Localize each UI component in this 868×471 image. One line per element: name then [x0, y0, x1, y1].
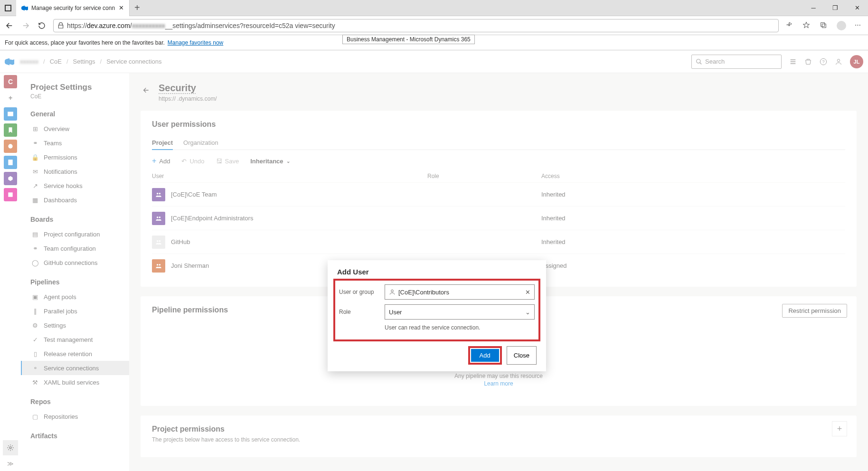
close-window-button[interactable]: ✕	[846, 0, 868, 16]
address-bar: https://dev.azure.com/xxxxxxxxxx__settin…	[0, 16, 868, 35]
profile-avatar[interactable]	[837, 21, 846, 30]
lock-icon	[57, 22, 64, 29]
svg-rect-1	[6, 6, 10, 10]
maximize-button[interactable]: ❐	[824, 0, 846, 16]
person-icon	[389, 289, 396, 295]
role-select[interactable]: User ⌄	[385, 304, 535, 320]
dialog-close-button[interactable]: Close	[507, 346, 537, 365]
url-input[interactable]: https://dev.azure.com/xxxxxxxxxx__settin…	[53, 19, 779, 32]
clear-icon[interactable]: ✕	[525, 289, 530, 296]
browser-titlebar: Manage security for service conn ✕ + ─ ❐…	[0, 0, 868, 16]
tab-title: Manage security for service conn	[31, 5, 115, 11]
read-aloud-icon[interactable]	[785, 21, 794, 30]
chevron-down-icon: ⌄	[525, 309, 530, 316]
close-icon[interactable]: ✕	[118, 5, 124, 11]
dialog-add-button[interactable]: Add	[471, 349, 499, 362]
collections-icon[interactable]	[820, 21, 828, 30]
user-group-input[interactable]: [CoE]\Contributors ✕	[385, 284, 535, 300]
favorite-icon[interactable]	[802, 21, 811, 30]
browser-tab[interactable]: Manage security for service conn ✕	[16, 0, 130, 16]
tabs-icon[interactable]	[0, 4, 16, 12]
back-button[interactable]	[5, 21, 14, 30]
add-user-dialog: Add User User or group [CoE]\Contributor…	[328, 260, 546, 371]
manage-favorites-link[interactable]: Manage favorites now	[168, 39, 223, 46]
dialog-title: Add User	[337, 268, 537, 276]
menu-icon[interactable]: ⋯	[855, 21, 863, 30]
new-tab-button[interactable]: +	[130, 2, 145, 13]
link-tooltip: Business Management - Microsoft Dynamics…	[342, 35, 475, 44]
minimize-button[interactable]: ─	[802, 0, 824, 16]
refresh-button[interactable]	[37, 21, 47, 30]
forward-button[interactable]	[21, 21, 30, 30]
azure-devops-icon	[21, 4, 28, 12]
svg-point-19	[391, 290, 394, 292]
